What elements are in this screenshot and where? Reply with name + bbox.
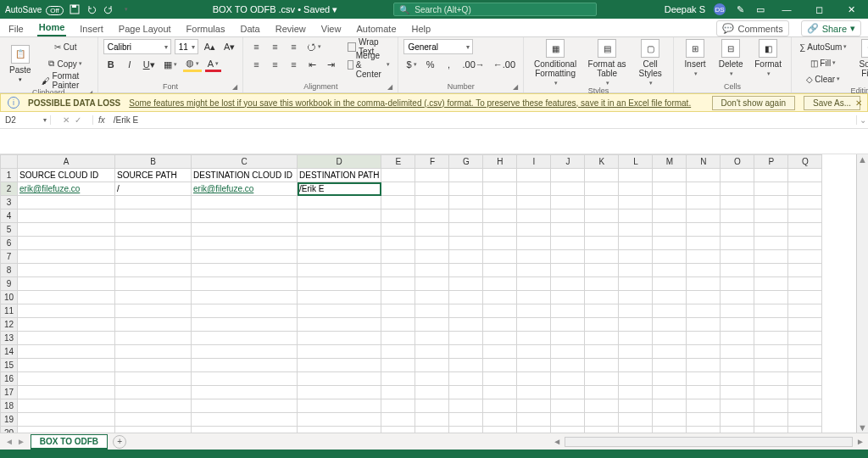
- cell-C5[interactable]: [192, 223, 298, 237]
- avatar[interactable]: DS: [714, 3, 726, 15]
- cell-M20[interactable]: [653, 427, 687, 433]
- cell-F8[interactable]: [415, 264, 449, 277]
- insert-cells-button[interactable]: ⊞Insert: [679, 39, 711, 77]
- col-header-K[interactable]: K: [585, 155, 619, 169]
- fill-color-button[interactable]: ◍: [183, 57, 202, 72]
- cell-D16[interactable]: [298, 372, 381, 386]
- cell-L1[interactable]: [619, 169, 653, 182]
- cell-A17[interactable]: [18, 386, 115, 399]
- cell-Q11[interactable]: [788, 304, 822, 318]
- cell-A14[interactable]: [18, 345, 115, 359]
- row-header-5[interactable]: 5: [1, 223, 18, 237]
- cell-G15[interactable]: [449, 359, 483, 372]
- align-right-icon[interactable]: ≡: [286, 57, 301, 72]
- cell-P17[interactable]: [754, 386, 788, 399]
- cell-M8[interactable]: [653, 264, 687, 277]
- cell-Q2[interactable]: [788, 182, 822, 196]
- cell-E19[interactable]: [381, 413, 415, 427]
- cell-B20[interactable]: [115, 427, 192, 433]
- cell-Q8[interactable]: [788, 264, 822, 277]
- col-header-I[interactable]: I: [517, 155, 551, 169]
- cell-Q15[interactable]: [788, 359, 822, 372]
- cell-N8[interactable]: [687, 264, 721, 277]
- cell-K15[interactable]: [585, 359, 619, 372]
- pen-icon[interactable]: ✎: [734, 3, 746, 15]
- cell-L12[interactable]: [619, 318, 653, 332]
- cell-J14[interactable]: [551, 345, 585, 359]
- cell-D5[interactable]: [298, 223, 381, 237]
- cell-E17[interactable]: [381, 386, 415, 399]
- cell-A4[interactable]: [18, 209, 115, 223]
- row-header-11[interactable]: 11: [1, 304, 18, 318]
- comma-icon[interactable]: ,: [442, 57, 457, 72]
- cell-C2[interactable]: erik@filefuze.co: [192, 182, 298, 196]
- cell-P6[interactable]: [754, 237, 788, 250]
- cell-P2[interactable]: [754, 182, 788, 196]
- dont-show-again-button[interactable]: Don't show again: [712, 96, 795, 110]
- cell-P14[interactable]: [754, 345, 788, 359]
- row-header-8[interactable]: 8: [1, 264, 18, 277]
- cell-O12[interactable]: [721, 318, 754, 332]
- cell-N13[interactable]: [687, 332, 721, 345]
- cell-C20[interactable]: [192, 427, 298, 433]
- row-header-12[interactable]: 12: [1, 318, 18, 332]
- cell-F6[interactable]: [415, 237, 449, 250]
- cell-I5[interactable]: [517, 223, 551, 237]
- cell-B12[interactable]: [115, 318, 192, 332]
- cell-E1[interactable]: [381, 169, 415, 182]
- cell-H11[interactable]: [483, 304, 517, 318]
- cell-B13[interactable]: [115, 332, 192, 345]
- cell-G11[interactable]: [449, 304, 483, 318]
- cell-H10[interactable]: [483, 291, 517, 304]
- cell-P1[interactable]: [754, 169, 788, 182]
- cell-L10[interactable]: [619, 291, 653, 304]
- cell-P16[interactable]: [754, 372, 788, 386]
- delete-cells-button[interactable]: ⊟Delete: [715, 39, 747, 77]
- tab-view[interactable]: View: [320, 21, 343, 36]
- cell-I19[interactable]: [517, 413, 551, 427]
- cell-J13[interactable]: [551, 332, 585, 345]
- cell-N2[interactable]: [687, 182, 721, 196]
- cell-B3[interactable]: [115, 196, 192, 209]
- name-box[interactable]: D2: [0, 115, 51, 125]
- cell-F3[interactable]: [415, 196, 449, 209]
- cell-M6[interactable]: [653, 237, 687, 250]
- cell-P9[interactable]: [754, 277, 788, 291]
- cell-M19[interactable]: [653, 413, 687, 427]
- cell-B8[interactable]: [115, 264, 192, 277]
- cell-G7[interactable]: [449, 250, 483, 264]
- cell-A18[interactable]: [18, 399, 115, 413]
- cell-Q18[interactable]: [788, 399, 822, 413]
- cell-G1[interactable]: [449, 169, 483, 182]
- cell-B14[interactable]: [115, 345, 192, 359]
- formula-input[interactable]: /Erik E: [110, 115, 856, 125]
- cell-C15[interactable]: [192, 359, 298, 372]
- cell-H17[interactable]: [483, 386, 517, 399]
- row-header-15[interactable]: 15: [1, 359, 18, 372]
- cell-P15[interactable]: [754, 359, 788, 372]
- warning-message[interactable]: Some features might be lost if you save …: [129, 98, 691, 108]
- cell-M9[interactable]: [653, 277, 687, 291]
- col-header-H[interactable]: H: [483, 155, 517, 169]
- cell-O17[interactable]: [721, 386, 754, 399]
- cell-I2[interactable]: [517, 182, 551, 196]
- cell-I3[interactable]: [517, 196, 551, 209]
- cell-A13[interactable]: [18, 332, 115, 345]
- add-sheet-button[interactable]: +: [113, 435, 126, 449]
- decrease-font-icon[interactable]: A▾: [221, 39, 237, 54]
- cell-P20[interactable]: [754, 427, 788, 433]
- cell-G10[interactable]: [449, 291, 483, 304]
- tab-automate[interactable]: Automate: [354, 21, 398, 36]
- cell-H3[interactable]: [483, 196, 517, 209]
- cell-C14[interactable]: [192, 345, 298, 359]
- cell-O14[interactable]: [721, 345, 754, 359]
- cell-M17[interactable]: [653, 386, 687, 399]
- cell-H20[interactable]: [483, 427, 517, 433]
- cell-E11[interactable]: [381, 304, 415, 318]
- cell-Q19[interactable]: [788, 413, 822, 427]
- cell-O19[interactable]: [721, 413, 754, 427]
- cell-P3[interactable]: [754, 196, 788, 209]
- cell-B4[interactable]: [115, 209, 192, 223]
- undo-icon[interactable]: [86, 3, 97, 15]
- cell-P10[interactable]: [754, 291, 788, 304]
